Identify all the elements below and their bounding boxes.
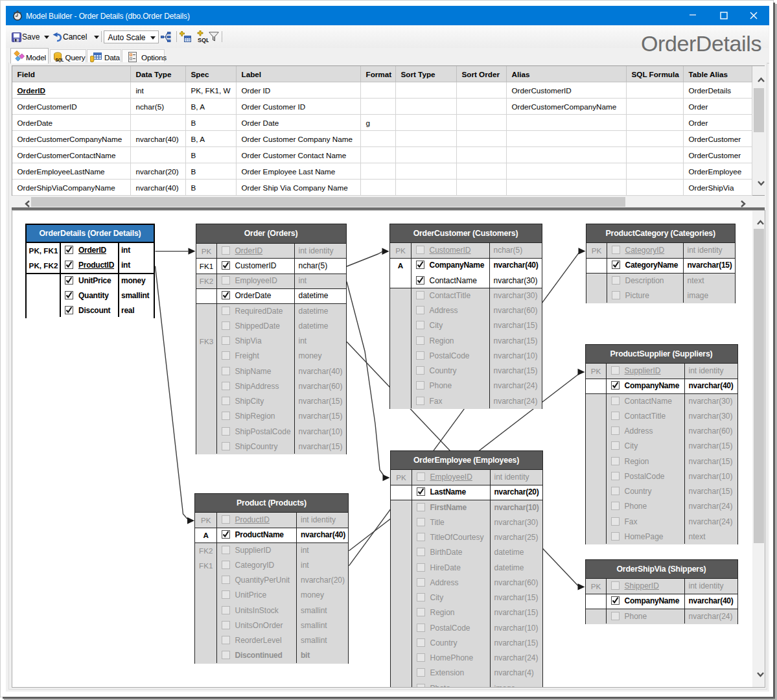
svg-text:SQL: SQL bbox=[198, 36, 209, 43]
